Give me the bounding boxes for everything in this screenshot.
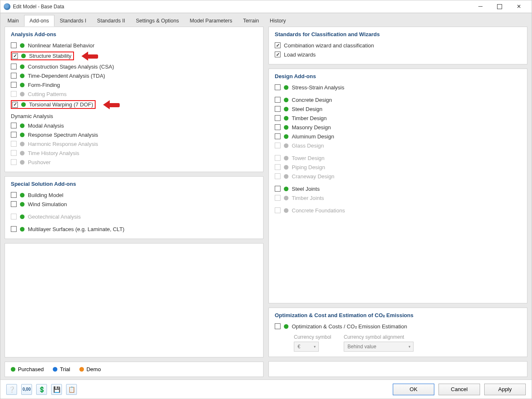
option-row: Cutting Patterns [11, 89, 257, 99]
standards-title: Standards for Classification and Wizards [275, 31, 521, 37]
option-row: Form-Finding [11, 80, 257, 89]
currency-symbol-select[interactable]: €▾ [294, 342, 319, 352]
status-dot [20, 74, 25, 78]
option-label: Piping Design [292, 164, 325, 170]
status-dot [20, 83, 25, 87]
checkbox[interactable] [11, 201, 17, 207]
checkbox[interactable] [275, 186, 281, 192]
standards-panel: Standards for Classification and Wizards… [268, 27, 527, 64]
checkbox[interactable] [11, 64, 17, 69]
option-label: Response Spectrum Analysis [28, 132, 98, 138]
option-label: Combination wizard and classification [284, 42, 374, 49]
option-row: Response Spectrum Analysis [11, 130, 257, 139]
empty-panel-left [5, 243, 264, 357]
copy-icon[interactable]: 📋 [66, 384, 77, 395]
checkbox[interactable] [275, 42, 281, 48]
option-row: Masonry Design [275, 123, 521, 132]
checkbox[interactable] [275, 133, 281, 139]
tab-terrain[interactable]: Terrain [238, 15, 264, 27]
currency-align-select[interactable]: Behind value▾ [344, 342, 414, 352]
checkbox [275, 164, 281, 170]
checkbox[interactable] [11, 123, 17, 128]
option-row: Timber Design [275, 113, 521, 123]
analysis-addons-title: Analysis Add-ons [11, 31, 257, 37]
option-label: Torsional Warping (7 DOF) [29, 101, 93, 108]
optimization-title: Optimization & Cost and Estimation of CO… [275, 312, 521, 318]
dynamic-analysis-subhead: Dynamic Analysis [11, 113, 257, 119]
status-dot [284, 98, 288, 102]
status-dot [20, 92, 25, 96]
option-row: Building Model [11, 190, 257, 200]
minimize-button[interactable] [471, 1, 490, 12]
tab-standards-i[interactable]: Standards I [54, 15, 92, 27]
tab-standards-ii[interactable]: Standards II [92, 15, 131, 27]
window-title: Edit Model - Base Data [13, 4, 64, 10]
optimization-checkbox[interactable] [275, 323, 281, 329]
close-button[interactable] [509, 1, 528, 12]
callout-arrow-icon [103, 100, 121, 109]
option-label: Steel Joints [292, 186, 320, 192]
checkbox[interactable] [275, 84, 281, 90]
checkbox[interactable] [275, 115, 281, 121]
status-dot [20, 142, 25, 146]
status-dot [284, 208, 288, 213]
option-row: Torsional Warping (7 DOF) [11, 99, 257, 111]
checkbox[interactable] [11, 192, 17, 198]
option-label: Structure Stability [29, 53, 71, 59]
option-label: Pushover [28, 159, 51, 165]
ok-button[interactable]: OK [393, 384, 434, 395]
checkbox[interactable] [12, 53, 18, 59]
option-row: Piping Design [275, 163, 521, 172]
checkbox[interactable] [275, 97, 281, 103]
option-row: Construction Stages Analysis (CSA) [11, 62, 257, 71]
tab-settings-options[interactable]: Settings & Options [131, 15, 185, 27]
checkbox[interactable] [11, 73, 17, 79]
option-row: Craneway Design [275, 172, 521, 181]
tab-add-ons[interactable]: Add-ons [24, 15, 54, 27]
status-dot [20, 133, 25, 137]
optimization-dot [284, 324, 288, 329]
option-label: Timber Joints [292, 195, 324, 201]
save-icon[interactable]: 💾 [51, 384, 62, 395]
checkbox[interactable] [11, 132, 17, 138]
apply-button[interactable]: Apply [484, 384, 526, 395]
currency-icon[interactable]: 💲 [36, 384, 47, 395]
option-row: Nonlinear Material Behavior [11, 41, 257, 50]
status-dot [284, 143, 288, 148]
option-row: Timber Joints [275, 193, 521, 202]
option-row: Steel Design [275, 104, 521, 113]
titlebar: Edit Model - Base Data [0, 0, 532, 13]
checkbox[interactable] [275, 124, 281, 130]
tab-history[interactable]: History [264, 15, 291, 27]
option-row: Aluminum Design [275, 132, 521, 141]
highlight-box: Structure Stability [11, 52, 74, 60]
checkbox [11, 141, 17, 147]
checkbox[interactable] [11, 42, 17, 48]
option-row: Combination wizard and classification [275, 41, 521, 50]
checkbox[interactable] [12, 102, 18, 108]
checkbox[interactable] [11, 82, 17, 88]
status-dot [20, 64, 25, 69]
tab-strip: MainAdd-onsStandards IStandards IISettin… [0, 13, 532, 27]
legend-demo-dot [79, 367, 84, 372]
cancel-button[interactable]: Cancel [438, 384, 480, 395]
status-dot [20, 193, 25, 197]
optimization-item: Optimization & Costs / CO₂ Emission Esti… [275, 322, 521, 331]
help-icon[interactable]: ❔ [6, 384, 17, 395]
checkbox [11, 214, 17, 219]
option-row: Multilayer Surfaces (e.g. Laminate, CLT) [11, 224, 257, 234]
units-icon[interactable]: 0,00 [21, 384, 32, 395]
checkbox [11, 150, 17, 156]
checkbox[interactable] [275, 106, 281, 112]
design-addons-panel: Design Add-ons Stress-Strain AnalysisCon… [268, 69, 527, 303]
status-dot [20, 123, 25, 128]
tab-model-parameters[interactable]: Model Parameters [185, 15, 238, 27]
tab-main[interactable]: Main [2, 15, 24, 27]
option-label: Wind Simulation [28, 201, 67, 207]
checkbox[interactable] [11, 226, 17, 232]
status-dot [284, 156, 288, 160]
option-label: Multilayer Surfaces (e.g. Laminate, CLT) [28, 226, 124, 232]
maximize-button[interactable] [490, 1, 509, 12]
status-dot [20, 160, 25, 165]
checkbox[interactable] [275, 52, 281, 57]
